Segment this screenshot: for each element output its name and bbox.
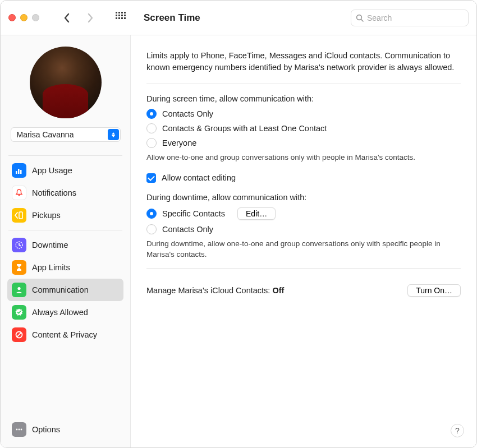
checkbox-icon: [146, 173, 156, 183]
svg-point-26: [21, 429, 22, 431]
sidebar-item-content-privacy[interactable]: Content & Privacy: [7, 324, 123, 346]
sidebar-item-label: Notifications: [32, 188, 76, 197]
sidebar-item-label: Downtime: [32, 241, 68, 250]
svg-rect-15: [18, 169, 20, 174]
close-button[interactable]: [8, 14, 16, 21]
svg-rect-5: [118, 15, 120, 16]
radio-everyone[interactable]: Everyone: [146, 138, 461, 148]
nav-arrows: [62, 13, 95, 23]
forward-button: [85, 13, 95, 23]
help-button[interactable]: ?: [451, 424, 464, 437]
radio-icon: [146, 123, 157, 133]
svg-line-13: [361, 19, 363, 21]
sidebar-item-label: Content & Privacy: [32, 330, 97, 339]
svg-rect-16: [20, 170, 22, 174]
svg-rect-2: [121, 12, 123, 13]
manage-icloud-label: Manage Marisa's iCloud Contacts: Off: [146, 286, 284, 295]
back-button[interactable]: [62, 13, 72, 23]
sidebar-item-label: Pickups: [32, 211, 61, 220]
downtime-helper: During downtime, allow one-to-one and gr…: [146, 239, 461, 260]
screen-time-helper: Allow one-to-one and group conversations…: [146, 153, 461, 163]
radio-label: Contacts Only: [162, 225, 213, 234]
manage-icloud-row: Manage Marisa's iCloud Contacts: Off Tur…: [146, 284, 461, 297]
no-symbol-icon: [12, 327, 26, 342]
content-area: Marisa Cavanna App Usage Notifications: [1, 35, 476, 447]
intro-text: Limits apply to Phone, FaceTime, Message…: [146, 50, 461, 73]
sidebar-item-label: Options: [32, 425, 60, 434]
svg-rect-1: [118, 12, 120, 13]
svg-rect-14: [16, 171, 17, 174]
avatar-wrap: [7, 47, 123, 118]
sidebar: Marisa Cavanna App Usage Notifications: [1, 35, 131, 447]
radio-icon: [146, 138, 157, 148]
radio-icon: [146, 209, 157, 219]
svg-rect-10: [121, 17, 123, 19]
checkmark-seal-icon: [12, 305, 26, 320]
window-controls: [8, 14, 39, 21]
svg-point-17: [19, 195, 20, 196]
svg-line-23: [17, 332, 21, 337]
radio-label: Specific Contacts: [162, 209, 225, 218]
clock-icon: [12, 238, 26, 252]
radio-downtime-contacts-only[interactable]: Contacts Only: [146, 224, 461, 234]
edit-contacts-button[interactable]: Edit…: [237, 207, 276, 220]
user-select-label: Marisa Cavanna: [17, 130, 74, 139]
sidebar-item-downtime[interactable]: Downtime: [7, 234, 123, 256]
sidebar-item-label: Always Allowed: [32, 308, 88, 317]
titlebar: Screen Time Search: [1, 1, 476, 35]
preferences-window: Screen Time Search Marisa Cavanna: [0, 0, 477, 448]
checkbox-label: Allow contact editing: [162, 173, 236, 182]
person-icon: [12, 283, 26, 297]
show-all-icon[interactable]: [116, 12, 126, 24]
allow-contact-editing[interactable]: Allow contact editing: [146, 173, 461, 183]
minimize-button[interactable]: [20, 14, 27, 21]
radio-icon: [146, 224, 157, 234]
app-usage-icon: [12, 163, 26, 178]
downtime-heading: During downtime, allow communication wit…: [146, 193, 461, 202]
radio-specific-contacts[interactable]: Specific Contacts Edit…: [146, 207, 461, 220]
screen-time-heading: During screen time, allow communication …: [146, 94, 461, 103]
sidebar-item-label: App Limits: [32, 263, 70, 272]
search-placeholder: Search: [367, 13, 392, 22]
sidebar-item-always-allowed[interactable]: Always Allowed: [7, 301, 123, 324]
sidebar-item-app-usage[interactable]: App Usage: [7, 159, 123, 182]
svg-rect-3: [124, 12, 126, 13]
svg-point-20: [17, 287, 20, 290]
radio-label: Contacts Only: [162, 109, 213, 118]
search-field[interactable]: Search: [351, 10, 469, 26]
user-select[interactable]: Marisa Cavanna: [11, 127, 121, 142]
radio-label: Contacts & Groups with at Least One Cont…: [162, 124, 327, 133]
svg-rect-7: [124, 15, 126, 16]
maximize-button: [32, 14, 39, 21]
sidebar-item-app-limits[interactable]: App Limits: [7, 256, 123, 279]
turn-on-button[interactable]: Turn On…: [407, 284, 461, 297]
radio-icon: [146, 109, 157, 119]
svg-rect-18: [19, 212, 22, 219]
bell-icon: [12, 186, 26, 200]
search-icon: [356, 14, 364, 22]
sidebar-item-label: Communication: [32, 285, 89, 294]
svg-point-25: [19, 429, 20, 431]
main-pane: Limits apply to Phone, FaceTime, Message…: [131, 35, 476, 447]
sidebar-item-communication[interactable]: Communication: [7, 279, 123, 301]
sidebar-item-notifications[interactable]: Notifications: [7, 182, 123, 204]
sidebar-item-label: App Usage: [32, 166, 72, 175]
svg-rect-4: [116, 15, 117, 16]
pickups-icon: [12, 208, 26, 223]
sidebar-item-options[interactable]: Options: [7, 418, 123, 441]
svg-rect-9: [118, 17, 120, 19]
hourglass-icon: [12, 260, 26, 275]
radio-contacts-only[interactable]: Contacts Only: [146, 109, 461, 119]
svg-point-24: [16, 429, 18, 431]
sidebar-item-pickups[interactable]: Pickups: [7, 204, 123, 227]
radio-contacts-groups[interactable]: Contacts & Groups with at Least One Cont…: [146, 123, 461, 133]
user-avatar: [30, 47, 102, 118]
svg-rect-6: [121, 15, 123, 16]
chevron-updown-icon: [108, 129, 119, 140]
svg-rect-8: [116, 17, 117, 19]
radio-label: Everyone: [162, 138, 196, 147]
ellipsis-icon: [12, 422, 26, 437]
window-title: Screen Time: [144, 12, 200, 24]
svg-rect-11: [124, 17, 126, 19]
svg-rect-0: [116, 12, 117, 13]
